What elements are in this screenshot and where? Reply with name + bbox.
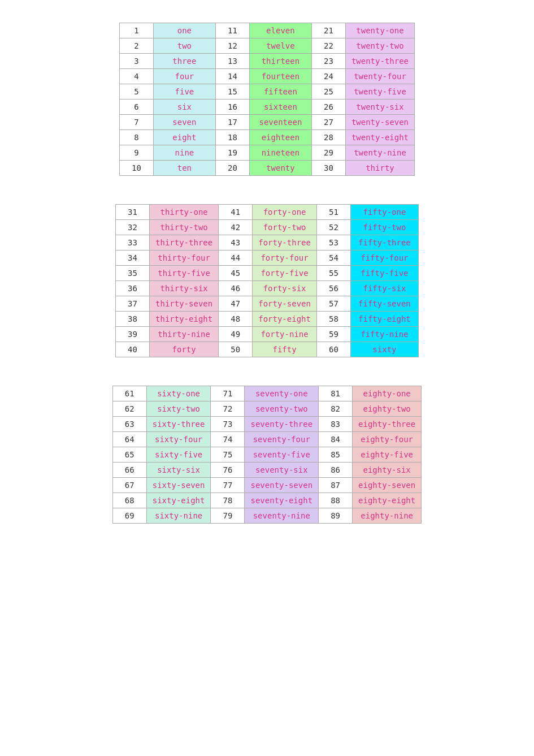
number-cell: 47: [219, 296, 253, 312]
number-cell: 25: [311, 84, 345, 100]
word-cell: sixty-five: [146, 447, 211, 463]
word-cell: eighty-one: [353, 386, 422, 401]
word-cell: forty-seven: [253, 296, 317, 312]
number-cell: 74: [211, 432, 245, 447]
table-row: 8eight18eighteen28twenty-eight: [119, 130, 414, 145]
word-cell: fifty-nine: [350, 327, 418, 342]
number-cell: 41: [219, 205, 253, 220]
word-cell: thirty-nine: [150, 327, 219, 342]
word-cell: seventy-two: [245, 401, 319, 417]
word-cell: eight: [153, 130, 215, 145]
word-cell: forty-five: [253, 266, 317, 281]
number-cell: 46: [219, 281, 253, 296]
table-row: 39thirty-nine49forty-nine59fifty-nine: [116, 327, 419, 342]
word-cell: one: [153, 23, 215, 38]
table-row: 33thirty-three43forty-three53fifty-three: [116, 235, 419, 250]
number-cell: 35: [116, 266, 150, 281]
number-cell: 72: [211, 401, 245, 417]
word-cell: six: [153, 100, 215, 115]
number-cell: 49: [219, 327, 253, 342]
word-cell: eighty-four: [353, 432, 422, 447]
word-cell: seventeen: [249, 115, 311, 130]
word-cell: sixty-three: [146, 417, 211, 432]
table-row: 36thirty-six46forty-six56fifty-six: [116, 281, 419, 296]
word-cell: twelve: [249, 38, 311, 54]
number-cell: 67: [112, 478, 146, 493]
number-cell: 38: [116, 312, 150, 327]
number-cell: 8: [119, 130, 153, 145]
word-cell: thirty: [345, 161, 414, 176]
word-cell: fifty-six: [350, 281, 418, 296]
word-cell: eighty-seven: [353, 478, 422, 493]
table-row: 5five15fifteen25twenty-five: [119, 84, 414, 100]
number-cell: 86: [319, 463, 353, 478]
word-cell: twenty-seven: [345, 115, 414, 130]
number-cell: 33: [116, 235, 150, 250]
word-cell: twenty-four: [345, 69, 414, 84]
number-cell: 60: [316, 342, 350, 357]
word-cell: forty-eight: [253, 312, 317, 327]
word-cell: seven: [153, 115, 215, 130]
word-cell: sixty-nine: [146, 508, 211, 524]
number-cell: 18: [215, 130, 249, 145]
number-cell: 7: [119, 115, 153, 130]
word-cell: sixty-seven: [146, 478, 211, 493]
word-cell: thirty-five: [150, 266, 219, 281]
number-cell: 78: [211, 493, 245, 508]
number-cell: 34: [116, 250, 150, 266]
word-cell: forty-six: [253, 281, 317, 296]
number-cell: 56: [316, 281, 350, 296]
word-cell: fifty-four: [350, 250, 418, 266]
number-table-2: 31thirty-one41forty-one51fifty-one32thir…: [115, 204, 419, 357]
number-cell: 11: [215, 23, 249, 38]
number-cell: 36: [116, 281, 150, 296]
word-cell: five: [153, 84, 215, 100]
word-cell: fifty-five: [350, 266, 418, 281]
word-cell: fifty-two: [350, 220, 418, 235]
number-cell: 50: [219, 342, 253, 357]
table-row: 67sixty-seven77seventy-seven87eighty-sev…: [112, 478, 421, 493]
word-cell: nineteen: [249, 145, 311, 161]
table-row: 32thirty-two42forty-two52fifty-two: [116, 220, 419, 235]
number-cell: 19: [215, 145, 249, 161]
word-cell: forty: [150, 342, 219, 357]
word-cell: eighty-eight: [353, 493, 422, 508]
number-cell: 73: [211, 417, 245, 432]
table-row: 6six16sixteen26twenty-six: [119, 100, 414, 115]
word-cell: seventy-nine: [245, 508, 319, 524]
word-cell: fourteen: [249, 69, 311, 84]
table-row: 66sixty-six76seventy-six86eighty-six: [112, 463, 421, 478]
number-cell: 79: [211, 508, 245, 524]
number-cell: 87: [319, 478, 353, 493]
word-cell: thirty-three: [150, 235, 219, 250]
number-cell: 62: [112, 401, 146, 417]
number-cell: 40: [116, 342, 150, 357]
number-cell: 45: [219, 266, 253, 281]
table-row: 35thirty-five45forty-five55fifty-five: [116, 266, 419, 281]
number-cell: 89: [319, 508, 353, 524]
number-cell: 85: [319, 447, 353, 463]
word-cell: seventy-three: [245, 417, 319, 432]
word-cell: twenty-two: [345, 38, 414, 54]
number-cell: 2: [119, 38, 153, 54]
table-row: 68sixty-eight78seventy-eight88eighty-eig…: [112, 493, 421, 508]
word-cell: seventy-four: [245, 432, 319, 447]
number-cell: 9: [119, 145, 153, 161]
table-row: 37thirty-seven47forty-seven57fifty-seven: [116, 296, 419, 312]
word-cell: forty-nine: [253, 327, 317, 342]
number-cell: 68: [112, 493, 146, 508]
number-cell: 1: [119, 23, 153, 38]
number-cell: 6: [119, 100, 153, 115]
word-cell: eighteen: [249, 130, 311, 145]
number-cell: 65: [112, 447, 146, 463]
number-cell: 61: [112, 386, 146, 401]
number-cell: 3: [119, 54, 153, 69]
number-cell: 24: [311, 69, 345, 84]
number-table-3: 61sixty-one71seventy-one81eighty-one62si…: [112, 386, 422, 524]
word-cell: forty-three: [253, 235, 317, 250]
word-cell: ten: [153, 161, 215, 176]
number-cell: 15: [215, 84, 249, 100]
table-row: 61sixty-one71seventy-one81eighty-one: [112, 386, 421, 401]
word-cell: forty-two: [253, 220, 317, 235]
word-cell: sixty-one: [146, 386, 211, 401]
